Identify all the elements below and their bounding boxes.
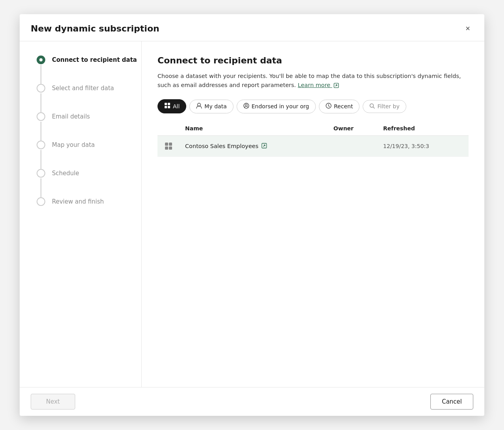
step-indicator-col-1	[35, 56, 46, 84]
my-data-icon	[196, 103, 202, 110]
col-icon	[158, 121, 180, 136]
new-dynamic-subscription-dialog: New dynamic subscription × Connect to re…	[20, 14, 484, 416]
svg-rect-12	[165, 146, 168, 150]
data-table: Name Owner Refreshed	[158, 121, 469, 157]
tab-all[interactable]: All	[158, 99, 186, 113]
table-header-row: Name Owner Refreshed	[158, 121, 469, 136]
filter-tabs: All My data Endorsed in your org	[158, 99, 469, 113]
step-indicator-col-2	[35, 84, 46, 112]
dialog-footer: Next Cancel	[20, 387, 484, 416]
tab-recent[interactable]: Recent	[319, 100, 359, 113]
svg-rect-4	[168, 106, 170, 108]
step-email: Email details	[20, 112, 141, 141]
content-title: Connect to recipient data	[158, 56, 469, 65]
tab-all-label: All	[173, 103, 180, 109]
svg-rect-11	[169, 143, 172, 146]
step-indicator-col-4	[35, 141, 46, 169]
step-line-3	[41, 122, 41, 141]
close-button[interactable]: ×	[462, 23, 473, 34]
row-external-link-icon[interactable]	[261, 143, 267, 150]
step-line-1	[41, 65, 41, 84]
dialog-title: New dynamic subscription	[31, 24, 159, 33]
step-label-schedule: Schedule	[52, 169, 79, 178]
step-indicator-col-3	[35, 112, 46, 141]
svg-point-7	[245, 104, 247, 106]
svg-rect-3	[165, 106, 167, 108]
step-circle-email	[37, 112, 45, 121]
filter-search-label: Filter by	[377, 103, 399, 109]
svg-rect-10	[165, 143, 168, 146]
step-label-map: Map your data	[52, 141, 95, 149]
step-circle-connect	[37, 56, 45, 64]
row-name-cell: Contoso Sales Employees	[180, 136, 328, 157]
step-label-review: Review and finish	[52, 197, 104, 206]
tab-endorsed[interactable]: Endorsed in your org	[237, 100, 316, 113]
step-map: Map your data	[20, 141, 141, 169]
svg-rect-2	[168, 103, 170, 105]
step-label-select: Select and filter data	[52, 84, 114, 93]
row-icon-cell	[158, 136, 180, 157]
table-row[interactable]: Contoso Sales Employees 12/19/23, 3:50:3	[158, 136, 469, 157]
step-line-5	[41, 178, 41, 197]
step-schedule: Schedule	[20, 169, 141, 197]
dataset-icon	[163, 141, 174, 152]
filter-search-button[interactable]: Filter by	[363, 100, 406, 113]
tab-recent-label: Recent	[334, 103, 353, 109]
svg-rect-1	[165, 103, 167, 105]
search-icon	[369, 103, 375, 110]
dataset-name: Contoso Sales Employees	[185, 143, 322, 150]
step-circle-review	[37, 197, 45, 206]
tab-my-data[interactable]: My data	[189, 100, 233, 113]
content-description: Choose a dataset with your recipients. Y…	[158, 72, 465, 90]
endorsed-icon	[243, 103, 249, 110]
sidebar: Connect to recipient data Select and fil…	[20, 41, 142, 387]
svg-rect-13	[169, 146, 172, 150]
step-connect: Connect to recipient data	[20, 56, 141, 84]
tab-endorsed-label: Endorsed in your org	[252, 103, 309, 109]
step-line-2	[41, 93, 41, 112]
cancel-button[interactable]: Cancel	[430, 394, 473, 410]
row-owner-cell	[328, 136, 378, 157]
all-icon	[164, 102, 170, 110]
step-indicator-col-6	[35, 197, 46, 206]
row-refreshed-cell: 12/19/23, 3:50:3	[378, 136, 469, 157]
step-indicator-col-5	[35, 169, 46, 197]
step-review: Review and finish	[20, 197, 141, 206]
step-circle-map	[37, 141, 45, 149]
step-select: Select and filter data	[20, 84, 141, 112]
step-circle-schedule	[37, 169, 45, 178]
col-name: Name	[180, 121, 328, 136]
step-circle-select	[37, 84, 45, 93]
col-owner: Owner	[328, 121, 378, 136]
col-refreshed: Refreshed	[378, 121, 469, 136]
external-link-icon	[334, 83, 339, 88]
step-line-4	[41, 150, 41, 169]
recent-icon	[326, 103, 332, 110]
learn-more-link[interactable]: Learn more	[298, 82, 339, 88]
step-label-email: Email details	[52, 112, 90, 121]
main-content: Connect to recipient data Choose a datas…	[142, 41, 484, 387]
dialog-body: Connect to recipient data Select and fil…	[20, 41, 484, 387]
dialog-header: New dynamic subscription ×	[20, 14, 484, 41]
tab-my-data-label: My data	[204, 103, 226, 109]
step-label-connect: Connect to recipient data	[52, 56, 137, 64]
next-button[interactable]: Next	[31, 394, 75, 410]
